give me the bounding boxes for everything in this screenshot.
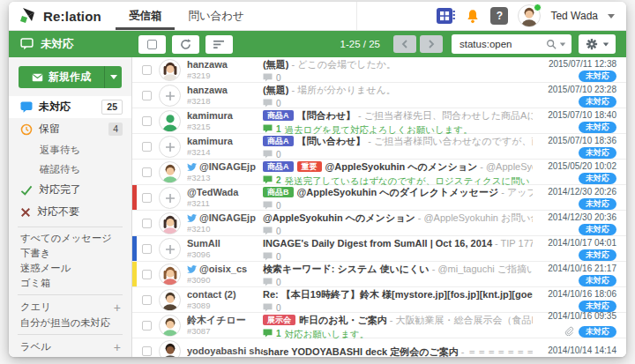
badge-list: 商品A: [263, 136, 297, 146]
sender: SumAll #3096: [187, 238, 263, 259]
compose-dropdown-button[interactable]: [104, 66, 122, 88]
preview-text: @AppleSyokuhin お問い合わせありがとうございます。炎上監: [423, 212, 533, 223]
search-input[interactable]: [453, 39, 546, 49]
apps-grid-icon[interactable]: [436, 6, 455, 26]
user-menu-caret-icon[interactable]: [608, 14, 615, 19]
row-checkbox[interactable]: [142, 91, 152, 100]
subject-text: 検索キーワード: システム 使いにくい: [263, 264, 430, 274]
tab-inquiry[interactable]: 問い合わせ: [175, 2, 257, 30]
subject-text: INGAGE's Daily Digest from SumAll | Oct …: [263, 238, 492, 249]
label-badge: 商品A: [263, 136, 294, 146]
select-all-button[interactable]: [138, 35, 166, 54]
compose-button-main[interactable]: 新規作成: [19, 66, 104, 88]
sidebar-divider: [18, 227, 123, 227]
row-checkbox[interactable]: [142, 219, 152, 228]
refresh-button[interactable]: [172, 35, 199, 54]
subject-text: @AppleSyokuhin へのメンション: [263, 212, 415, 223]
row-checkbox[interactable]: [142, 142, 152, 152]
sidebar-item-done[interactable]: 対応完了: [9, 179, 131, 201]
subject-line: 展示会昨日のお礼・ご案内 - 大阪勧業展・総合展示会（食品EXPO）に出展いたし…: [263, 315, 533, 325]
prev-page-button[interactable]: [393, 35, 416, 53]
tab-inbox[interactable]: 受信箱: [116, 2, 176, 30]
message-row[interactable]: @INGAGEjp #3210 @AppleSyokuhin へのメンション -…: [132, 211, 626, 236]
sidebar-item-waiting-reply[interactable]: 返事待ち: [9, 140, 131, 160]
sender-name: @INGAGEjp: [187, 212, 263, 224]
message-row[interactable]: yodoyabashi shar share YODOYABASHI deck …: [132, 338, 626, 357]
sidebar-label-expo[interactable]: 展示会: [9, 355, 131, 357]
row-checkbox[interactable]: [142, 321, 152, 331]
sidebar-item-hold[interactable]: 保留 4: [9, 118, 131, 140]
avatar: [159, 110, 181, 132]
subject-line: (無題) - どこの会場でしたか。: [263, 59, 396, 70]
app-logo: Re:lation: [9, 2, 116, 30]
row-checkbox[interactable]: [142, 65, 152, 75]
sidebar-item-label: 対応完了: [39, 182, 81, 197]
avatar: [159, 187, 181, 209]
sender: kamimura #3214: [187, 136, 263, 157]
chat-bubble-icon: [20, 38, 34, 50]
help-icon[interactable]: ?: [490, 7, 508, 25]
message-row[interactable]: hanzawa #3219 (無題) - どこの会場でしたか。 0 2015/0…: [132, 57, 626, 83]
sender-name-text: @TedWada: [187, 187, 238, 198]
preview-text: TIP 177 How to Optimize Your Etsy Shop t…: [501, 238, 533, 249]
user-avatar[interactable]: [518, 4, 541, 27]
add-label-button[interactable]: +: [114, 341, 121, 353]
subject-line: 商品B@AppleSyokuhin へのダイレクトメッセージ - アップル食品さ…: [263, 187, 533, 197]
compose-button[interactable]: 新規作成: [19, 66, 122, 88]
notifications-bell-icon[interactable]: [465, 8, 481, 25]
row-checkbox[interactable]: [142, 346, 152, 356]
app-title: Re:lation: [43, 9, 101, 24]
avatar: [159, 238, 181, 260]
check-icon: [20, 185, 33, 196]
row-checkbox[interactable]: [142, 116, 152, 126]
row-checkbox[interactable]: [142, 295, 152, 305]
avatar: [159, 161, 181, 183]
sidebar-item-no-need[interactable]: 対応不要: [9, 201, 131, 223]
avatar: [159, 136, 181, 158]
sort-button[interactable]: [205, 35, 233, 54]
message-row[interactable]: kamimura #3215 商品A【問合わせ】 - ご担当者様先日、問合わせし…: [132, 108, 626, 134]
avatar: [159, 289, 181, 311]
badge-list: 展示会: [263, 315, 299, 325]
sidebar-item-open[interactable]: 未対応 25: [9, 96, 131, 118]
subject-text: 【問合わせ】: [297, 110, 356, 121]
message-row[interactable]: @TedWada #3211 商品B@AppleSyokuhin へのダイレクト…: [132, 185, 626, 211]
message-row[interactable]: kamimura #3214 商品A【問い合わせ】 - ご担当者様問い合わせなの…: [132, 134, 626, 160]
sidebar-item-drafts[interactable]: 下書き: [9, 246, 131, 261]
subject-line: 商品A【問合わせ】 - ご担当者様先日、問合わせした商品Aについての資料ですが、…: [263, 110, 533, 121]
sidebar-section-labels[interactable]: ラベル +: [9, 338, 131, 355]
sidebar-item-label: 対応不要: [37, 204, 79, 219]
row-checkbox[interactable]: [142, 270, 152, 279]
row-checkbox[interactable]: [142, 167, 152, 177]
sidebar-item-trash[interactable]: ゴミ箱: [9, 276, 131, 291]
search-options-caret-icon[interactable]: [560, 42, 565, 46]
message-id: #3087: [187, 326, 263, 336]
sidebar-item-all-messages[interactable]: すべてのメッセージ: [9, 231, 131, 246]
sidebar-divider: [18, 334, 123, 335]
avatar: [159, 85, 181, 107]
search-icon[interactable]: [546, 39, 557, 49]
row-checkbox[interactable]: [142, 244, 152, 254]
next-page-button[interactable]: [420, 35, 443, 53]
message-row[interactable]: @INGAGEjp #3213 商品A重要@AppleSyokuhin へのメン…: [132, 160, 626, 185]
sender-name: @INGAGEjp: [187, 161, 263, 173]
avatar: [159, 212, 181, 234]
sidebar-item-waiting-confirm[interactable]: 確認待ち: [9, 160, 131, 179]
subject-line: Re: 【本日19時終了】鈴木 様[mystore.jp][fos.jp][kn…: [263, 289, 533, 300]
message-row[interactable]: @oisix_cs #3090 検索キーワード: システム 使いにくい - @m…: [132, 262, 626, 287]
add-query-button[interactable]: +: [114, 301, 121, 314]
sidebar-item-spam[interactable]: 迷惑メール: [9, 261, 131, 276]
sidebar-item-my-open[interactable]: 自分が担当の未対応: [9, 316, 131, 331]
relation-logo-icon: [20, 8, 37, 25]
x-icon: [20, 207, 31, 218]
message-row[interactable]: SumAll #3096 INGAGE's Daily Digest from …: [132, 236, 626, 262]
pagination-label: 1-25 / 25: [340, 39, 380, 49]
row-checkbox[interactable]: [142, 193, 152, 203]
message-row[interactable]: 鈴木イチロー #3087 展示会昨日のお礼・ご案内 - 大阪勧業展・総合展示会（…: [132, 313, 626, 338]
sidebar-section-query[interactable]: クエリ +: [9, 299, 131, 316]
subject-separator: -: [430, 264, 438, 274]
subject-line: 検索キーワード: システム 使いにくい - @mi_taguchi ご指摘いただ…: [263, 264, 533, 274]
refresh-icon: [180, 39, 191, 50]
settings-button[interactable]: [579, 34, 616, 54]
message-row[interactable]: hanzawa #3218 (無題) - 場所が分かりません。 0 2015/0…: [132, 83, 626, 108]
